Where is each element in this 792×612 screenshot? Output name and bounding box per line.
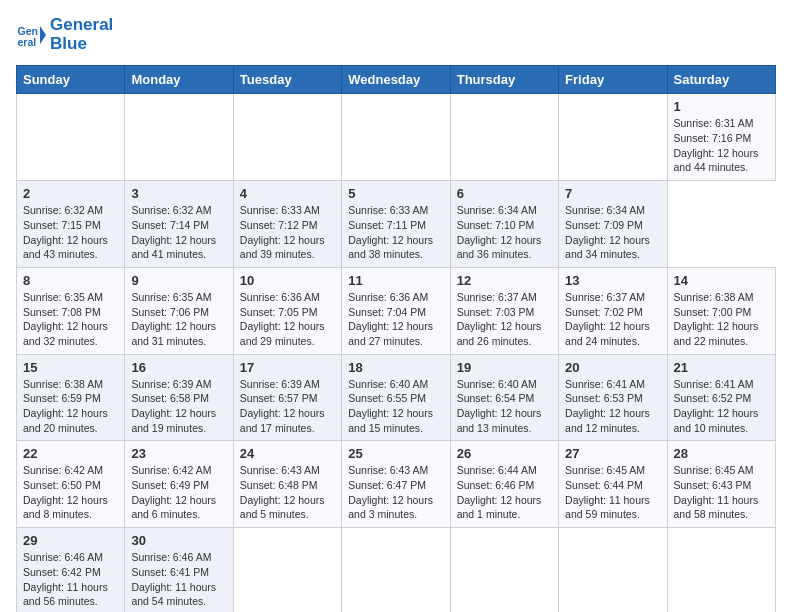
day-cell-3: 3Sunrise: 6:32 AMSunset: 7:14 PMDaylight… [125,181,233,268]
day-cell-8: 8Sunrise: 6:35 AMSunset: 7:08 PMDaylight… [17,267,125,354]
calendar-week-4: 15Sunrise: 6:38 AMSunset: 6:59 PMDayligh… [17,354,776,441]
calendar-header: SundayMondayTuesdayWednesdayThursdayFrid… [17,66,776,94]
day-cell-1: 1Sunrise: 6:31 AMSunset: 7:16 PMDaylight… [667,94,775,181]
day-info: Sunrise: 6:38 AMSunset: 6:59 PMDaylight:… [23,377,118,436]
day-number: 28 [674,446,769,461]
day-cell-19: 19Sunrise: 6:40 AMSunset: 6:54 PMDayligh… [450,354,558,441]
header-cell-saturday: Saturday [667,66,775,94]
day-number: 4 [240,186,335,201]
day-number: 1 [674,99,769,114]
day-number: 19 [457,360,552,375]
page-header: Gen eral GeneralBlue [16,16,776,53]
empty-cell [17,94,125,181]
header-cell-friday: Friday [559,66,667,94]
day-cell-16: 16Sunrise: 6:39 AMSunset: 6:58 PMDayligh… [125,354,233,441]
day-cell-5: 5Sunrise: 6:33 AMSunset: 7:11 PMDaylight… [342,181,450,268]
day-number: 9 [131,273,226,288]
day-number: 7 [565,186,660,201]
day-cell-7: 7Sunrise: 6:34 AMSunset: 7:09 PMDaylight… [559,181,667,268]
header-cell-sunday: Sunday [17,66,125,94]
day-number: 13 [565,273,660,288]
day-info: Sunrise: 6:46 AMSunset: 6:41 PMDaylight:… [131,550,226,609]
logo-icon: Gen eral [16,20,46,50]
empty-cell [342,528,450,612]
day-info: Sunrise: 6:36 AMSunset: 7:04 PMDaylight:… [348,290,443,349]
header-cell-wednesday: Wednesday [342,66,450,94]
day-cell-2: 2Sunrise: 6:32 AMSunset: 7:15 PMDaylight… [17,181,125,268]
day-number: 16 [131,360,226,375]
day-info: Sunrise: 6:36 AMSunset: 7:05 PMDaylight:… [240,290,335,349]
logo-text: GeneralBlue [50,16,113,53]
day-cell-29: 29Sunrise: 6:46 AMSunset: 6:42 PMDayligh… [17,528,125,612]
day-number: 22 [23,446,118,461]
day-cell-18: 18Sunrise: 6:40 AMSunset: 6:55 PMDayligh… [342,354,450,441]
day-cell-20: 20Sunrise: 6:41 AMSunset: 6:53 PMDayligh… [559,354,667,441]
day-number: 27 [565,446,660,461]
day-number: 8 [23,273,118,288]
day-cell-24: 24Sunrise: 6:43 AMSunset: 6:48 PMDayligh… [233,441,341,528]
day-info: Sunrise: 6:32 AMSunset: 7:14 PMDaylight:… [131,203,226,262]
day-cell-17: 17Sunrise: 6:39 AMSunset: 6:57 PMDayligh… [233,354,341,441]
day-number: 25 [348,446,443,461]
day-info: Sunrise: 6:43 AMSunset: 6:48 PMDaylight:… [240,463,335,522]
day-number: 14 [674,273,769,288]
day-number: 17 [240,360,335,375]
empty-cell [667,528,775,612]
empty-cell [450,94,558,181]
calendar-week-1: 1Sunrise: 6:31 AMSunset: 7:16 PMDaylight… [17,94,776,181]
day-info: Sunrise: 6:40 AMSunset: 6:55 PMDaylight:… [348,377,443,436]
day-number: 11 [348,273,443,288]
day-info: Sunrise: 6:39 AMSunset: 6:57 PMDaylight:… [240,377,335,436]
logo: Gen eral GeneralBlue [16,16,113,53]
empty-cell [450,528,558,612]
day-number: 2 [23,186,118,201]
day-info: Sunrise: 6:39 AMSunset: 6:58 PMDaylight:… [131,377,226,436]
day-cell-4: 4Sunrise: 6:33 AMSunset: 7:12 PMDaylight… [233,181,341,268]
empty-cell [125,94,233,181]
day-cell-15: 15Sunrise: 6:38 AMSunset: 6:59 PMDayligh… [17,354,125,441]
calendar-table: SundayMondayTuesdayWednesdayThursdayFrid… [16,65,776,612]
day-info: Sunrise: 6:45 AMSunset: 6:44 PMDaylight:… [565,463,660,522]
day-info: Sunrise: 6:35 AMSunset: 7:08 PMDaylight:… [23,290,118,349]
day-info: Sunrise: 6:33 AMSunset: 7:11 PMDaylight:… [348,203,443,262]
day-cell-21: 21Sunrise: 6:41 AMSunset: 6:52 PMDayligh… [667,354,775,441]
day-cell-13: 13Sunrise: 6:37 AMSunset: 7:02 PMDayligh… [559,267,667,354]
day-cell-28: 28Sunrise: 6:45 AMSunset: 6:43 PMDayligh… [667,441,775,528]
header-cell-thursday: Thursday [450,66,558,94]
day-number: 29 [23,533,118,548]
empty-cell [559,94,667,181]
empty-cell [559,528,667,612]
day-number: 20 [565,360,660,375]
day-cell-27: 27Sunrise: 6:45 AMSunset: 6:44 PMDayligh… [559,441,667,528]
day-number: 5 [348,186,443,201]
day-cell-9: 9Sunrise: 6:35 AMSunset: 7:06 PMDaylight… [125,267,233,354]
svg-marker-2 [40,26,46,44]
day-info: Sunrise: 6:37 AMSunset: 7:03 PMDaylight:… [457,290,552,349]
day-number: 21 [674,360,769,375]
day-info: Sunrise: 6:33 AMSunset: 7:12 PMDaylight:… [240,203,335,262]
day-number: 26 [457,446,552,461]
day-info: Sunrise: 6:42 AMSunset: 6:49 PMDaylight:… [131,463,226,522]
day-info: Sunrise: 6:34 AMSunset: 7:09 PMDaylight:… [565,203,660,262]
calendar-week-6: 29Sunrise: 6:46 AMSunset: 6:42 PMDayligh… [17,528,776,612]
day-info: Sunrise: 6:31 AMSunset: 7:16 PMDaylight:… [674,116,769,175]
svg-text:eral: eral [18,35,37,47]
day-cell-23: 23Sunrise: 6:42 AMSunset: 6:49 PMDayligh… [125,441,233,528]
day-number: 15 [23,360,118,375]
day-number: 10 [240,273,335,288]
day-info: Sunrise: 6:41 AMSunset: 6:53 PMDaylight:… [565,377,660,436]
header-cell-tuesday: Tuesday [233,66,341,94]
header-cell-monday: Monday [125,66,233,94]
empty-cell [342,94,450,181]
day-number: 23 [131,446,226,461]
calendar-week-2: 2Sunrise: 6:32 AMSunset: 7:15 PMDaylight… [17,181,776,268]
day-info: Sunrise: 6:32 AMSunset: 7:15 PMDaylight:… [23,203,118,262]
day-info: Sunrise: 6:46 AMSunset: 6:42 PMDaylight:… [23,550,118,609]
day-cell-26: 26Sunrise: 6:44 AMSunset: 6:46 PMDayligh… [450,441,558,528]
day-info: Sunrise: 6:43 AMSunset: 6:47 PMDaylight:… [348,463,443,522]
day-number: 30 [131,533,226,548]
calendar-week-5: 22Sunrise: 6:42 AMSunset: 6:50 PMDayligh… [17,441,776,528]
day-info: Sunrise: 6:40 AMSunset: 6:54 PMDaylight:… [457,377,552,436]
empty-cell [233,94,341,181]
calendar-week-3: 8Sunrise: 6:35 AMSunset: 7:08 PMDaylight… [17,267,776,354]
